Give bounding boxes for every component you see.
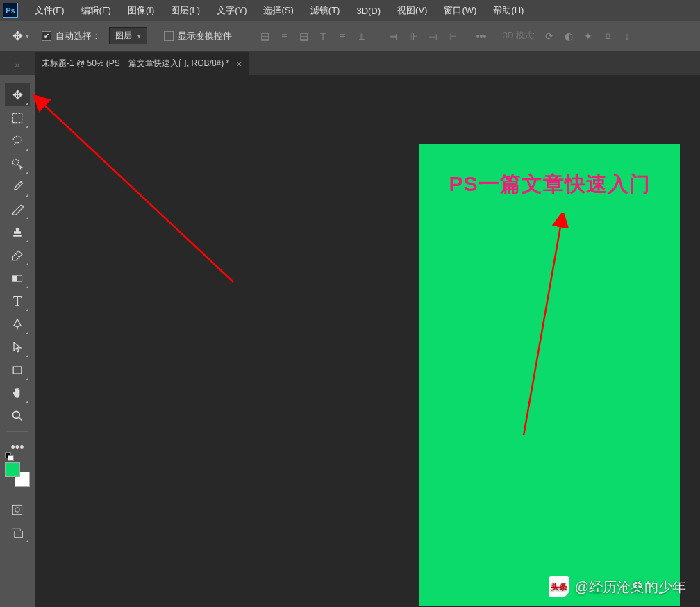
svg-line-7 [19,417,22,420]
svg-rect-4 [12,275,17,281]
rectangle-tool[interactable] [5,358,30,381]
auto-select-label: 自动选择： [56,30,101,42]
svg-rect-8 [12,505,22,514]
svg-point-1 [12,159,18,165]
panel-expand-icon[interactable]: ›› [0,54,35,75]
menu-layer[interactable]: 图层(L) [162,0,208,21]
tool-separator [7,431,28,432]
align-right-icon[interactable]: ▤ [296,28,311,44]
annotation-arrow-2 [510,213,572,442]
3d-mode-group: ⟳ ◐ ✦ ⧈ ↕ [542,28,635,44]
tool-preset-dropdown[interactable]: ▾ [26,32,29,40]
menu-file[interactable]: 文件(F) [26,0,73,21]
dist-left-icon[interactable]: ⊩ [444,28,460,44]
align-left-icon[interactable]: ▤ [257,28,272,44]
eraser-tool[interactable] [5,244,30,267]
menu-select[interactable]: 选择(S) [255,0,301,21]
menu-image[interactable]: 图像(I) [119,0,162,21]
watermark-text: @经历沧桑的少年 [575,578,686,597]
pen-tool[interactable] [5,313,30,335]
3d-scale-icon[interactable]: ↕ [619,28,635,44]
canvas-text-layer[interactable]: PS一篇文章快速入门 [419,170,680,199]
3d-pan-icon[interactable]: ✦ [581,28,596,44]
toutiao-logo-icon: 头条 [549,576,569,597]
stamp-tool[interactable] [5,221,30,244]
path-select-tool[interactable] [5,335,30,358]
show-transform-checkbox[interactable] [164,31,174,41]
canvas-area[interactable]: PS一篇文章快速入门 [35,75,700,607]
svg-rect-0 [12,113,22,122]
menu-filter[interactable]: 滤镜(T) [302,0,349,21]
3d-mode-label: 3D 模式: [503,30,535,42]
menu-window[interactable]: 窗口(W) [435,0,485,21]
annotation-arrow-1 [32,94,240,289]
3d-roll-icon[interactable]: ◐ [561,28,576,44]
marquee-tool[interactable] [5,106,30,129]
document-tab-bar: 未标题-1 @ 50% (PS一篇文章快速入门, RGB/8#) * × [0,51,700,75]
dist-vcenter-icon[interactable]: ⊪ [406,28,421,44]
3d-orbit-icon[interactable]: ⟳ [542,28,557,44]
svg-line-2 [16,253,19,257]
foreground-color[interactable] [5,462,20,477]
move-tool-icon: ✥ [12,28,23,44]
more-options-icon[interactable]: ••• [474,28,489,44]
type-tool[interactable]: T [5,290,30,313]
menu-edit[interactable]: 编辑(E) [73,0,119,21]
lasso-tool[interactable] [5,129,30,152]
chevron-down-icon: ▾ [138,33,141,40]
watermark: 头条 @经历沧桑的少年 [549,576,686,597]
app-logo: Ps [3,3,18,18]
document-tab[interactable]: 未标题-1 @ 50% (PS一篇文章快速入门, RGB/8#) * × [35,52,249,75]
document-tab-title: 未标题-1 @ 50% (PS一篇文章快速入门, RGB/8#) * [42,58,229,69]
svg-line-13 [39,100,233,282]
align-group: ▤ ≡ ▤ ⫪ ≡ ⫫ [257,28,369,44]
eyedropper-tool[interactable] [5,175,30,198]
zoom-tool[interactable] [5,404,30,427]
dist-top-icon[interactable]: ⫤ [386,28,401,44]
move-tool[interactable]: ✥ [5,83,30,106]
auto-select-checkbox[interactable]: ✔ [42,31,51,41]
distribute-group: ⫤ ⊪ ⫣ ⊩ [386,28,460,44]
svg-rect-11 [15,531,23,537]
dist-bottom-icon[interactable]: ⫣ [425,28,440,44]
layer-group-select[interactable]: 图层 ▾ [109,27,147,44]
svg-line-12 [524,219,562,435]
color-swatches[interactable] [5,462,30,487]
hand-tool[interactable] [5,381,30,404]
align-hcenter-icon[interactable]: ≡ [276,28,292,44]
options-bar: ✥ ▾ ✔ 自动选择： 图层 ▾ 显示变换控件 ▤ ≡ ▤ ⫪ ≡ ⫫ ⫤ ⊪ … [0,21,700,51]
show-transform-label: 显示变换控件 [178,30,232,42]
align-bottom-icon[interactable]: ⫫ [354,28,369,44]
align-vcenter-icon[interactable]: ≡ [335,28,350,44]
menu-view[interactable]: 视图(V) [389,0,435,21]
default-colors-icon[interactable] [5,452,12,459]
svg-rect-5 [13,367,22,374]
menu-type[interactable]: 文字(Y) [208,0,255,21]
tools-panel: ✥ T ••• [0,75,35,607]
gradient-tool[interactable] [5,267,30,290]
layer-select-value: 图层 [115,30,132,42]
svg-point-6 [12,411,19,418]
quick-select-tool[interactable] [5,152,30,175]
align-top-icon[interactable]: ⫪ [315,28,331,44]
document-canvas[interactable]: PS一篇文章快速入门 [419,144,680,606]
close-icon[interactable]: × [236,58,242,69]
3d-slide-icon[interactable]: ⧈ [600,28,615,44]
svg-point-9 [15,507,20,512]
menu-3d[interactable]: 3D(D) [348,0,389,21]
menu-help[interactable]: 帮助(H) [485,0,532,21]
quick-mask-tool[interactable] [5,498,30,521]
screen-mode-tool[interactable] [5,521,30,544]
brush-tool[interactable] [5,198,30,221]
menu-bar: Ps 文件(F) 编辑(E) 图像(I) 图层(L) 文字(Y) 选择(S) 滤… [0,0,700,21]
